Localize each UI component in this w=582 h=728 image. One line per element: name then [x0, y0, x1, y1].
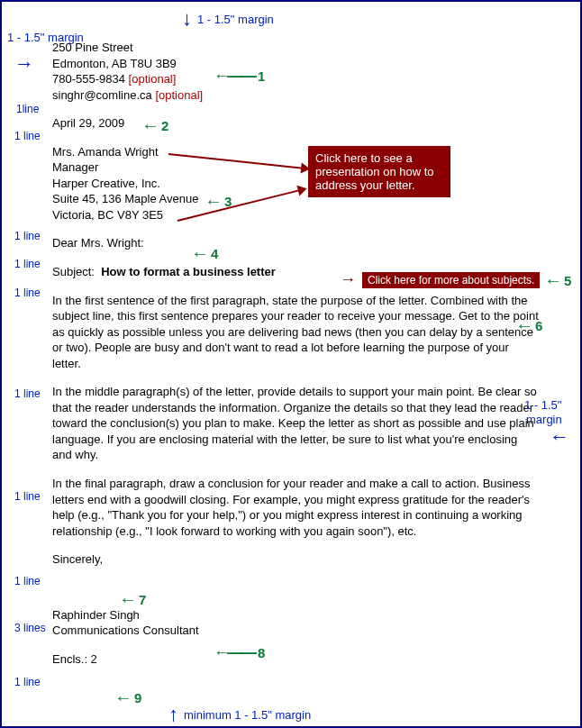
callout-9-num: 9 — [134, 690, 141, 705]
red-arrow-subject-to-box — [340, 270, 356, 289]
link-subjects[interactable]: Click here for more about subjects. — [362, 272, 540, 288]
spacing-1line-g: 1 line — [14, 490, 41, 503]
callout-9: 9 — [114, 687, 141, 708]
date-block: April 29, 2009 — [52, 115, 539, 132]
arrow-left-icon — [119, 589, 135, 610]
arrow-left-icon — [114, 687, 131, 708]
enclosures-text: Encls.: 2 — [52, 652, 97, 666]
callout-5: 5 — [544, 270, 571, 291]
recipient-city: Victoria, BC V8Y 3E5 — [52, 207, 539, 223]
sender-street: 250 Pine Street — [52, 40, 539, 56]
link-address-text: Click here to see a presentation on how … — [315, 151, 434, 192]
paragraph-2: In the middle paragraph(s) of the letter… — [52, 384, 539, 463]
top-margin-label: 1 - 1.5" margin — [182, 7, 274, 31]
callout-1: 1 — [214, 67, 265, 86]
callout-2: 2 — [141, 115, 168, 136]
spacing-1line-b: 1 line — [14, 130, 41, 142]
spacing-1line-e: 1 line — [14, 287, 41, 299]
arrow-left-icon — [141, 115, 158, 136]
recipient-name: Mrs. Amanda Wright — [52, 144, 539, 160]
subject-text: How to format a business letter — [101, 265, 276, 278]
spacing-1line-f: 1 line — [14, 387, 41, 400]
closing-text: Sincerely, — [52, 552, 103, 566]
arrow-up-icon — [168, 703, 178, 726]
recipient-block: Mrs. Amanda Wright Manager Harper Creati… — [52, 144, 539, 223]
spacing-1line-c: 1 line — [14, 230, 41, 242]
bottom-margin-label: minimum 1 - 1.5" margin — [168, 703, 311, 726]
recipient-street: Suite 45, 136 Maple Avenue — [52, 191, 539, 207]
signature-title: Communications Consultant — [52, 623, 539, 639]
closing-block: Sincerely, — [52, 551, 539, 568]
right-margin-top-text: 1 - 1.5" — [524, 398, 561, 412]
phone-optional-note: [optional] — [129, 72, 177, 86]
callout-8: 8 — [214, 643, 265, 662]
email-optional-note: [optional] — [155, 88, 203, 102]
right-margin-bottom-text: margin — [526, 413, 562, 426]
sender-email-line: singhr@comline.ca [optional] — [52, 87, 539, 104]
salutation-block: Dear Mrs. Wright: — [52, 235, 539, 251]
spacing-1line-d: 1 line — [14, 258, 41, 270]
link-subjects-text: Click here for more about subjects. — [368, 274, 534, 287]
right-margin-arrow — [550, 425, 569, 449]
paragraph-1: In the first sentence of the first parag… — [52, 293, 539, 372]
arrow-left-icon — [544, 270, 560, 291]
callout-6: 6 — [515, 315, 542, 336]
callout-7-num: 7 — [139, 592, 146, 607]
callout-5-num: 5 — [564, 273, 571, 288]
spacing-3lines: 3 lines — [14, 622, 46, 634]
arrow-left-icon — [191, 243, 207, 264]
salutation-text: Dear Mrs. Wright: — [52, 236, 144, 250]
date-text: April 29, 2009 — [52, 116, 124, 130]
recipient-company: Harper Creative, Inc. — [52, 176, 539, 192]
top-margin-text: 1 - 1.5" margin — [197, 13, 274, 26]
signature-block: Raphinder Singh Communications Consultan… — [52, 607, 539, 639]
sender-city: Edmonton, AB T8U 3B9 — [52, 56, 539, 72]
enclosures-block: Encls.: 2 — [52, 651, 539, 668]
sender-address-block: 250 Pine Street Edmonton, AB T8U 3B9 780… — [52, 40, 539, 103]
callout-2-num: 2 — [161, 118, 168, 133]
arrow-left-blue-icon — [550, 432, 569, 446]
link-address-presentation[interactable]: Click here to see a presentation on how … — [308, 146, 450, 197]
callout-8-num: 8 — [258, 645, 265, 660]
sender-phone: 780-555-9834 — [52, 72, 125, 86]
bottom-margin-text: minimum 1 - 1.5" margin — [184, 708, 311, 722]
callout-4-num: 4 — [211, 246, 218, 261]
spacing-1line-a: 1line — [16, 103, 39, 115]
arrow-left-icon — [214, 643, 254, 662]
arrow-left-icon — [214, 67, 254, 86]
subject-label: Subject: — [52, 265, 95, 278]
spacing-1line-h: 1 line — [14, 575, 41, 587]
left-margin-arrow — [14, 52, 34, 76]
callout-6-num: 6 — [535, 318, 542, 333]
letter-format-diagram: 1 - 1.5" margin 1 - 1.5" margin 250 Pine… — [0, 0, 582, 728]
arrow-down-icon — [182, 7, 192, 31]
callout-7: 7 — [119, 589, 146, 610]
callout-1-num: 1 — [258, 68, 265, 84]
paragraph-3: In the final paragraph, draw a conclusio… — [52, 476, 539, 539]
letter-body: 250 Pine Street Edmonton, AB T8U 3B9 780… — [52, 40, 539, 667]
arrow-left-icon — [515, 315, 532, 336]
sender-phone-line: 780-555-9834 [optional] — [52, 71, 539, 87]
arrow-right-icon — [14, 59, 34, 73]
spacing-1line-i: 1 line — [14, 676, 41, 688]
callout-4: 4 — [191, 243, 218, 264]
sender-email: singhr@comline.ca — [52, 88, 152, 102]
